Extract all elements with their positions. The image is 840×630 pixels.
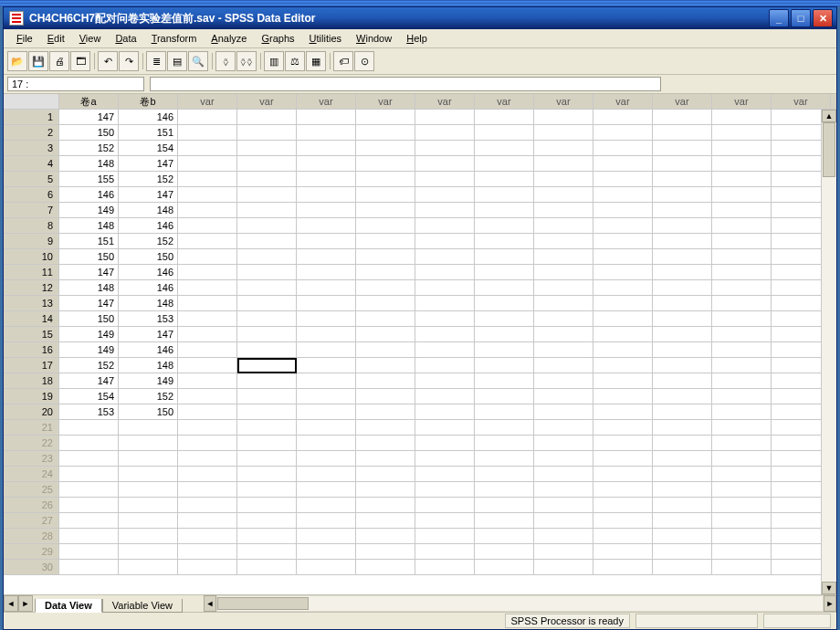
data-cell[interactable] — [297, 125, 356, 141]
data-cell[interactable] — [653, 110, 712, 125]
data-cell[interactable] — [297, 249, 356, 265]
data-cell[interactable] — [356, 280, 415, 296]
data-cell[interactable] — [297, 342, 356, 358]
data-cell[interactable] — [178, 218, 237, 234]
data-cell[interactable]: 147 — [119, 156, 178, 172]
title-bar[interactable]: CH4CH6CH7配对问卷实验差值前.sav - SPSS Data Edito… — [4, 7, 836, 29]
column-header-var[interactable]: var — [297, 94, 356, 110]
data-cell[interactable]: 146 — [119, 280, 178, 296]
data-cell[interactable] — [534, 436, 593, 451]
data-cell[interactable] — [237, 218, 297, 234]
data-cell[interactable] — [712, 141, 772, 156]
menu-data[interactable]: Data — [108, 32, 143, 45]
data-cell[interactable] — [593, 420, 653, 436]
row-header[interactable]: 7 — [4, 203, 59, 218]
data-cell[interactable]: 151 — [119, 125, 178, 141]
data-cell[interactable] — [593, 467, 653, 482]
data-cell[interactable] — [475, 451, 534, 467]
data-cell[interactable] — [712, 498, 772, 513]
open-button[interactable]: 📂 — [7, 51, 27, 71]
data-cell[interactable] — [653, 249, 712, 265]
data-cell[interactable] — [237, 110, 297, 125]
data-cell[interactable] — [534, 358, 593, 373]
data-cell[interactable] — [475, 358, 534, 373]
data-cell[interactable] — [593, 156, 653, 172]
data-cell[interactable]: 150 — [119, 404, 178, 420]
data-cell[interactable] — [712, 436, 772, 451]
data-cell[interactable]: 146 — [119, 110, 178, 125]
data-cell[interactable]: 150 — [59, 125, 119, 141]
data-cell[interactable] — [237, 141, 297, 156]
data-cell[interactable]: 150 — [59, 311, 119, 327]
data-cell[interactable] — [534, 125, 593, 141]
data-cell[interactable] — [475, 498, 534, 513]
data-cell[interactable] — [178, 172, 237, 187]
select-cases-button[interactable]: ▦ — [306, 51, 326, 71]
data-cell[interactable] — [712, 311, 772, 327]
data-cell[interactable] — [415, 342, 475, 358]
data-cell[interactable] — [712, 172, 772, 187]
data-cell[interactable] — [653, 373, 712, 389]
data-cell[interactable] — [534, 467, 593, 482]
data-cell[interactable]: 154 — [119, 141, 178, 156]
data-cell[interactable] — [297, 296, 356, 311]
data-cell[interactable] — [297, 218, 356, 234]
column-header-var[interactable]: var — [593, 94, 653, 110]
data-cell[interactable] — [237, 342, 297, 358]
data-cell[interactable] — [178, 513, 237, 529]
menu-help[interactable]: Help — [399, 32, 435, 45]
data-cell[interactable] — [593, 529, 653, 544]
data-cell[interactable] — [593, 544, 653, 560]
data-cell[interactable] — [356, 125, 415, 141]
data-cell[interactable] — [653, 420, 712, 436]
data-cell[interactable] — [712, 265, 772, 280]
column-header-var[interactable]: var — [772, 94, 831, 110]
data-cell[interactable]: 148 — [119, 296, 178, 311]
data-cell[interactable] — [119, 513, 178, 529]
data-cell[interactable] — [653, 172, 712, 187]
data-cell[interactable]: 147 — [59, 296, 119, 311]
data-cell[interactable] — [415, 373, 475, 389]
data-grid[interactable]: 卷a卷bvarvarvarvarvarvarvarvarvarvarvarvar… — [4, 94, 836, 575]
data-cell[interactable] — [415, 110, 475, 125]
data-cell[interactable] — [356, 296, 415, 311]
data-cell[interactable] — [415, 467, 475, 482]
data-cell[interactable]: 153 — [59, 404, 119, 420]
data-cell[interactable] — [653, 482, 712, 498]
data-cell[interactable]: 152 — [119, 234, 178, 249]
column-header-卷b[interactable]: 卷b — [119, 94, 178, 110]
data-cell[interactable] — [712, 420, 772, 436]
data-cell[interactable] — [534, 218, 593, 234]
data-cell[interactable] — [356, 249, 415, 265]
data-cell[interactable] — [475, 156, 534, 172]
weight-button[interactable]: ⚖ — [285, 51, 305, 71]
data-cell[interactable] — [297, 560, 356, 575]
data-cell[interactable]: 147 — [119, 327, 178, 342]
scroll-down-arrow[interactable]: ▼ — [822, 582, 836, 594]
data-cell[interactable] — [593, 482, 653, 498]
data-cell[interactable] — [593, 498, 653, 513]
data-cell[interactable] — [475, 265, 534, 280]
data-cell[interactable] — [712, 218, 772, 234]
data-cell[interactable]: 152 — [119, 172, 178, 187]
data-cell[interactable] — [119, 451, 178, 467]
data-cell[interactable] — [237, 451, 297, 467]
data-cell[interactable] — [415, 156, 475, 172]
data-cell[interactable] — [237, 280, 297, 296]
data-cell[interactable]: 152 — [119, 389, 178, 404]
menu-transform[interactable]: Transform — [144, 32, 205, 45]
data-cell[interactable] — [475, 436, 534, 451]
data-cell[interactable] — [415, 249, 475, 265]
data-cell[interactable]: 146 — [119, 342, 178, 358]
data-cell[interactable] — [415, 187, 475, 203]
data-cell[interactable] — [593, 358, 653, 373]
data-cell[interactable] — [356, 389, 415, 404]
data-cell[interactable] — [237, 420, 297, 436]
data-cell[interactable] — [415, 560, 475, 575]
insert-var-button[interactable]: ⎀⎀ — [236, 51, 257, 71]
data-cell[interactable] — [297, 327, 356, 342]
menu-edit[interactable]: Edit — [40, 32, 72, 45]
data-cell[interactable]: 152 — [59, 358, 119, 373]
row-header[interactable]: 30 — [4, 560, 59, 575]
data-cell[interactable]: 149 — [119, 373, 178, 389]
